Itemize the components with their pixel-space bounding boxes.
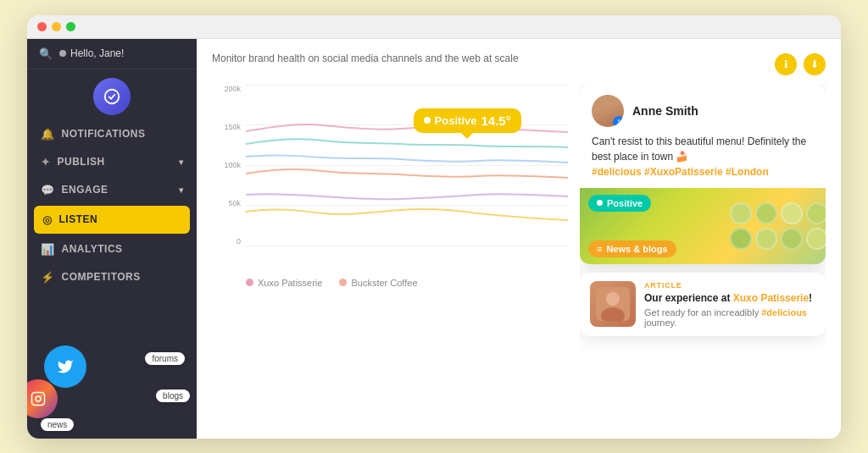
page-subtitle: Monitor brand health on social media cha… <box>212 52 519 64</box>
sidebar-item-notifications[interactable]: 🔔 NOTIFICATIONS <box>27 120 197 148</box>
notifications-icon: 🔔 <box>41 128 55 141</box>
user-name: Anne Smith <box>632 104 698 118</box>
svg-point-3 <box>41 395 42 396</box>
article-title: Our experience at Xuxo Patisserie! <box>644 291 815 306</box>
hashtags[interactable]: #delicious #XuxoPatisserie #London <box>592 166 769 178</box>
legend-item-xuxo: Xuxo Patisserie <box>246 278 322 288</box>
article-card[interactable]: ARTICLE Our experience at Xuxo Patisseri… <box>580 273 826 337</box>
y-label: 0 <box>236 237 241 246</box>
social-post-card[interactable]: f Anne Smith Can't resist to this beauti… <box>580 85 826 264</box>
article-content: ARTICLE Our experience at Xuxo Patisseri… <box>644 281 815 329</box>
chart-tooltip: Positive 14.5° <box>414 108 521 133</box>
sidebar-nav: 🔔 NOTIFICATIONS ✦ PUBLISH ▾ 💬 ENGAGE ▾ ◎… <box>27 120 197 337</box>
y-label: 200k <box>224 85 241 93</box>
main-content: Monitor brand health on social media cha… <box>197 39 841 439</box>
sidebar-item-listen[interactable]: ◎ LISTEN <box>34 206 190 234</box>
tooltip-value: 14.5° <box>481 113 510 128</box>
chart-legend: Xuxo Patisserie Buckster Coffee <box>212 278 568 288</box>
facebook-badge: f <box>613 116 624 127</box>
y-axis: 200k 150k 100k 50k 0 <box>212 85 246 246</box>
status-dot <box>59 50 66 57</box>
svg-rect-1 <box>32 392 45 405</box>
tooltip-dot <box>424 117 431 124</box>
download-button[interactable]: ⬇ <box>804 53 826 75</box>
publish-icon: ✦ <box>41 156 51 168</box>
chevron-down-icon: ▾ <box>179 185 184 195</box>
sidebar-header: 🔍 Hello, Jane! <box>27 39 197 69</box>
sidebar-item-engage[interactable]: 💬 ENGAGE ▾ <box>27 176 197 204</box>
y-label: 100k <box>224 161 241 169</box>
sliders-icon: ≡ <box>597 244 602 254</box>
blogs-label: blogs <box>156 389 190 402</box>
legend-dot-buckster <box>339 279 347 286</box>
browser-window: 🔍 Hello, Jane! 🔔 NOTIFICATIONS <box>27 15 841 439</box>
news-chip[interactable]: ≡ News & blogs <box>588 240 676 257</box>
positive-chip[interactable]: Positive <box>588 195 651 212</box>
sidebar-item-publish[interactable]: ✦ PUBLISH ▾ <box>27 148 197 176</box>
brand-name: Xuxo Patisserie <box>733 292 809 304</box>
card-header: f Anne Smith <box>580 85 826 134</box>
title-bar <box>27 15 841 39</box>
article-hashtag: #delicious <box>761 307 807 318</box>
chevron-down-icon: ▾ <box>179 157 184 167</box>
legend-dot-xuxo <box>246 279 253 286</box>
svg-point-2 <box>36 396 41 401</box>
social-icons-area: forums blogs news <box>27 337 197 439</box>
y-label: 150k <box>224 123 241 131</box>
card-image: Positive ≡ News & blogs <box>580 188 826 264</box>
close-button[interactable] <box>37 22 47 31</box>
maximize-button[interactable] <box>66 22 75 31</box>
chart-svg-area: Positive 14.5° <box>246 85 568 246</box>
positive-dot <box>597 200 603 206</box>
right-panel: f Anne Smith Can't resist to this beauti… <box>580 85 826 425</box>
twitter-icon[interactable] <box>44 345 86 388</box>
sidebar-item-analytics[interactable]: 📊 ANALYTICS <box>27 235 197 263</box>
article-description: Get ready for an increadibly #delicious … <box>644 307 815 328</box>
instagram-icon[interactable] <box>27 379 58 418</box>
greeting-text: Hello, Jane! <box>59 47 124 59</box>
svg-point-0 <box>105 89 120 103</box>
article-thumbnail <box>590 281 636 327</box>
y-label: 50k <box>228 199 241 207</box>
forums-label: forums <box>145 352 185 365</box>
search-icon[interactable]: 🔍 <box>39 47 53 60</box>
analytics-icon: 📊 <box>41 243 55 256</box>
sidebar: 🔍 Hello, Jane! 🔔 NOTIFICATIONS <box>27 39 197 439</box>
app-body: 🔍 Hello, Jane! 🔔 NOTIFICATIONS <box>27 39 841 439</box>
chart-actions: ℹ ⬇ <box>771 53 826 75</box>
news-label: news <box>41 418 74 431</box>
article-label: ARTICLE <box>644 281 815 290</box>
user-avatar: f <box>592 95 624 127</box>
card-text: Can't resist to this beautiful menu! Def… <box>580 134 826 188</box>
svg-point-5 <box>606 292 620 306</box>
competitors-icon: ⚡ <box>41 271 55 284</box>
app-logo <box>93 78 131 115</box>
chart-container: 200k 150k 100k 50k 0 <box>212 85 568 271</box>
listen-icon: ◎ <box>42 213 53 226</box>
sidebar-item-competitors[interactable]: ⚡ COMPETITORS <box>27 263 197 291</box>
minimize-button[interactable] <box>52 22 61 31</box>
engage-icon: 💬 <box>41 184 55 196</box>
info-button[interactable]: ℹ <box>775 53 797 75</box>
legend-item-buckster: Buckster Coffee <box>339 278 417 288</box>
tooltip-label: Positive <box>435 114 477 127</box>
